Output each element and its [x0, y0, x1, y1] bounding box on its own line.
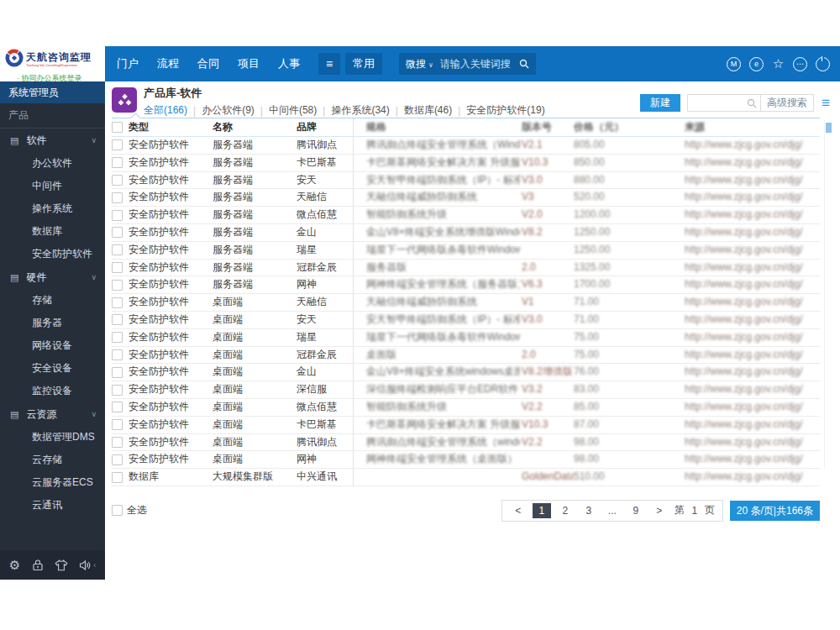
row-checkbox[interactable] — [112, 294, 129, 311]
cell-source[interactable]: http://www.zjcg.gov.cn/djg/ — [683, 224, 820, 241]
cell-source[interactable]: http://www.zjcg.gov.cn/djg/ — [683, 347, 820, 364]
sidebar-item[interactable]: 云通讯 — [0, 494, 105, 517]
row-checkbox[interactable] — [112, 469, 129, 486]
topnav-item[interactable]: 项目 — [238, 56, 260, 71]
cell-source[interactable]: http://www.zjcg.gov.cn/djg/ — [683, 260, 820, 276]
page-jump-input[interactable]: 1 — [688, 505, 701, 517]
new-button[interactable]: 新建 — [640, 94, 680, 112]
cell-source[interactable]: http://www.zjcg.gov.cn/djg/ — [683, 381, 820, 398]
row-checkbox[interactable] — [112, 276, 129, 293]
sidebar-item[interactable]: 数据管理DMS — [0, 426, 105, 449]
category-tab[interactable]: 操作系统(34) — [331, 103, 389, 118]
sidebar-item[interactable]: 办公软件 — [0, 152, 105, 175]
sidebar-group[interactable]: ▤硬件∨ — [0, 265, 105, 289]
cell-source[interactable]: http://www.zjcg.gov.cn/djg/ — [683, 207, 820, 223]
row-checkbox[interactable] — [112, 242, 129, 259]
power-icon[interactable] — [816, 57, 830, 71]
row-checkbox[interactable] — [112, 224, 129, 241]
table-scrollbar[interactable] — [824, 119, 832, 469]
search-icon[interactable] — [519, 57, 529, 72]
cell-source[interactable]: http://www.zjcg.gov.cn/djg/ — [683, 451, 820, 468]
row-checkbox[interactable] — [112, 381, 129, 398]
sidebar-item[interactable]: 网络设备 — [0, 334, 105, 357]
row-checkbox[interactable] — [112, 260, 129, 276]
category-tab[interactable]: 办公软件(9) — [202, 103, 255, 118]
cell-source[interactable]: http://www.zjcg.gov.cn/djg/ — [683, 172, 820, 189]
row-checkbox[interactable] — [112, 312, 129, 328]
cell-source[interactable]: http://www.zjcg.gov.cn/djg/ — [683, 434, 820, 451]
select-all-control[interactable]: 全选 — [112, 503, 147, 517]
sidebar-item[interactable]: 监控设备 — [0, 380, 105, 402]
row-checkbox[interactable] — [112, 172, 129, 189]
page-button[interactable]: ... — [603, 503, 622, 518]
sidebar-group[interactable]: ▤软件∨ — [0, 129, 105, 152]
cell-source[interactable]: http://www.zjcg.gov.cn/djg/ — [683, 312, 820, 328]
message-icon[interactable]: e — [749, 57, 764, 71]
nav-pinned-tab[interactable]: 常用 — [345, 53, 382, 75]
search-icon[interactable] — [747, 97, 757, 112]
cell-source[interactable]: http://www.zjcg.gov.cn/djg/ — [683, 155, 820, 171]
current-role-bar[interactable]: 系统管理员 — [0, 81, 105, 103]
table-search-input[interactable] — [688, 96, 747, 110]
category-tab[interactable]: 中间件(58) — [269, 103, 317, 118]
m-badge-icon[interactable]: M — [727, 57, 741, 71]
volume-icon[interactable]: ‹ — [79, 559, 96, 571]
list-view-icon[interactable]: ≡ — [822, 96, 830, 110]
row-checkbox[interactable] — [112, 434, 129, 451]
row-checkbox[interactable] — [112, 189, 129, 206]
cell-source[interactable]: http://www.zjcg.gov.cn/djg/ — [683, 189, 820, 206]
cell-source[interactable]: http://www.zjcg.gov.cn/djg/ — [683, 294, 820, 311]
category-tab[interactable]: 安全防护软件(19) — [466, 103, 544, 118]
sidebar-item[interactable]: 操作系统 — [0, 197, 105, 220]
row-checkbox[interactable] — [112, 417, 129, 433]
sidebar-item[interactable]: 安全防护软件 — [0, 243, 105, 265]
select-all-checkbox[interactable] — [112, 505, 123, 516]
prev-page-button[interactable]: < — [509, 503, 528, 518]
sidebar-item[interactable]: 云存储 — [0, 449, 105, 471]
more-icon[interactable]: ⋯ — [793, 57, 807, 71]
page-button[interactable]: 1 — [533, 503, 551, 518]
sidebar-item[interactable]: 安全设备 — [0, 357, 105, 380]
cell-source[interactable]: http://www.zjcg.gov.cn/djg/ — [683, 364, 820, 381]
cell-source[interactable]: http://www.zjcg.gov.cn/djg/ — [683, 417, 820, 433]
favorite-star-icon[interactable]: ☆ — [772, 58, 785, 71]
topnav-item[interactable]: 人事 — [278, 56, 300, 71]
row-checkbox[interactable] — [112, 451, 129, 468]
row-checkbox[interactable] — [112, 364, 129, 381]
row-checkbox[interactable] — [112, 207, 129, 223]
sidebar-item[interactable]: 中间件 — [0, 175, 105, 197]
topnav-item[interactable]: 合同 — [197, 56, 219, 71]
cell-source[interactable]: http://www.zjcg.gov.cn/djg/ — [683, 469, 820, 486]
cell-source[interactable]: http://www.zjcg.gov.cn/djg/ — [683, 329, 820, 346]
row-checkbox[interactable] — [112, 329, 129, 346]
category-tab[interactable]: 全部(166) — [144, 103, 187, 118]
category-tab[interactable]: 数据库(46) — [404, 103, 452, 118]
page-size-summary[interactable]: 20 条/页|共166条 — [730, 501, 820, 521]
next-page-button[interactable]: > — [650, 503, 669, 518]
row-checkbox[interactable] — [112, 155, 129, 171]
sidebar-item[interactable]: 数据库 — [0, 220, 105, 243]
wesearch-label[interactable]: 微搜 — [406, 57, 426, 71]
row-checkbox[interactable] — [112, 137, 129, 154]
sidebar-item[interactable]: 存储 — [0, 289, 105, 312]
page-button[interactable]: 2 — [556, 503, 575, 518]
cell-source[interactable]: http://www.zjcg.gov.cn/djg/ — [683, 242, 820, 259]
sidebar-item[interactable]: 云服务器ECS — [0, 471, 105, 494]
theme-icon[interactable] — [55, 559, 68, 571]
page-button[interactable]: 3 — [580, 503, 598, 518]
cell-source[interactable]: http://www.zjcg.gov.cn/djg/ — [683, 137, 820, 154]
cell-source[interactable]: http://www.zjcg.gov.cn/djg/ — [683, 399, 820, 416]
topnav-item[interactable]: 流程 — [157, 56, 179, 71]
page-button[interactable]: 9 — [627, 503, 645, 518]
row-checkbox[interactable] — [112, 399, 129, 416]
row-checkbox[interactable] — [112, 347, 129, 364]
header-checkbox[interactable] — [112, 118, 129, 136]
scrollbar-thumb[interactable] — [826, 123, 832, 133]
hamburger-icon[interactable]: ≡ — [318, 53, 340, 75]
sidebar-group[interactable]: ▤云资源∨ — [0, 402, 105, 426]
sidebar-item[interactable]: 服务器 — [0, 312, 105, 334]
topnav-item[interactable]: 门户 — [117, 56, 139, 71]
cell-source[interactable]: http://www.zjcg.gov.cn/djg/ — [683, 276, 820, 293]
settings-icon[interactable]: ⚙ — [9, 558, 20, 573]
advanced-search-button[interactable]: 高级搜索 — [761, 96, 813, 110]
